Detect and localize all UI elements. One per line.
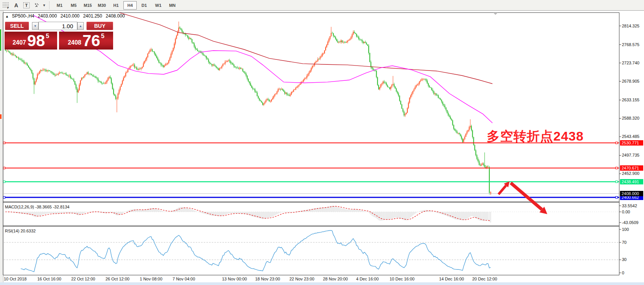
- buy-price-pips: 76: [82, 34, 100, 47]
- buy-price-integer: 2408: [68, 39, 81, 46]
- mt4-window: F A T ▼ M1M5M15M30H1H4D1W1MN ▲ SP500-,H4…: [0, 0, 644, 285]
- macd-histogram: [5, 206, 491, 223]
- price-tick-label: 2678.905: [622, 79, 639, 84]
- price-tick-label: 2497.735: [622, 153, 639, 158]
- date-tick-label: 22 Nov 23:00: [289, 277, 314, 281]
- date-tick-label: 13 Nov 00:00: [222, 277, 247, 281]
- date-tick-label: 4 Dec 16:00: [356, 277, 379, 281]
- ohlc-close: 2408.000: [106, 13, 125, 19]
- one-click-trading-panel: SELL ▼ ▲ BUY 2407 98 5 2408 76 5: [5, 18, 113, 50]
- date-tick-label: 10 Oct 2018: [4, 277, 27, 281]
- price-tick-label: 2452.900: [622, 171, 639, 176]
- ohlc-low: 2401.250: [83, 13, 102, 19]
- volume-decrease-button[interactable]: ▼: [32, 22, 38, 30]
- rsi-scale-label: 100: [622, 227, 629, 232]
- buy-button[interactable]: BUY: [86, 22, 113, 30]
- line-price-label: 2470.671: [620, 165, 643, 171]
- horizontal-line-2470.671[interactable]: [3, 167, 620, 169]
- sell-quote-box[interactable]: 2407 98 5: [5, 32, 57, 50]
- macd-scale-label: -43.0509: [622, 220, 638, 225]
- macd-scale-label: 33.5542: [622, 203, 637, 208]
- price-tick-label: 2633.155: [622, 98, 639, 102]
- ohlc-high: 2410.000: [61, 13, 80, 19]
- macd-scale-label: 0.00: [622, 210, 630, 215]
- sell-price-pips: 98: [27, 34, 45, 47]
- price-tick-label: 2543.485: [622, 134, 639, 139]
- volume-increase-button[interactable]: ▲: [77, 22, 84, 30]
- rsi-indicator-label: RSI(14) 20.6332: [5, 229, 36, 233]
- date-tick-label: 18 Nov 23:00: [255, 277, 280, 281]
- moving-average-slow: [119, 13, 492, 84]
- clipped-candle-sliver: [0, 29, 1, 51]
- ohlc-open: 2403.000: [38, 13, 57, 19]
- rsi-scale-label: 70: [622, 240, 626, 245]
- autoscroll-marker-icon[interactable]: [493, 13, 498, 15]
- line-price-label: 2530.771: [620, 140, 643, 146]
- price-tick-label: 2768.575: [622, 42, 639, 47]
- sell-price-integer: 2407: [13, 39, 26, 46]
- symbol-period-label: SP500-,H4: [12, 13, 34, 19]
- date-tick-label: 10 Dec 16:00: [390, 277, 414, 281]
- date-tick-label: 1 Nov 08:00: [140, 277, 162, 281]
- clipped-candle-sliver2: [0, 114, 2, 119]
- rsi-line: [21, 231, 491, 272]
- volume-input[interactable]: [38, 22, 77, 30]
- sell-button[interactable]: SELL: [5, 22, 29, 30]
- date-tick-label: 14 Dec 16:00: [439, 277, 464, 281]
- price-tick-label: 2723.740: [622, 61, 639, 66]
- buy-quote-box[interactable]: 2408 76 5: [59, 32, 113, 50]
- rsi-scale-label: 0: [622, 271, 624, 275]
- date-tick-label: 7 Nov 04:00: [173, 277, 195, 281]
- chart-header: ▲ SP500-,H4 2403.000 2410.000 2401.250 2…: [5, 13, 127, 19]
- date-tick-label: 16 Oct 16:00: [37, 277, 61, 281]
- collapse-panel-icon[interactable]: ▲: [5, 14, 9, 18]
- date-tick-label: 26 Oct 12:00: [105, 277, 129, 281]
- macd-indicator-label: MACD(12,26,9) -38.3665 -32.8134: [5, 205, 69, 209]
- rsi-scale-label: 30: [622, 257, 626, 262]
- line-price-label: 2438.491: [620, 179, 643, 184]
- horizontal-line-2438.491[interactable]: [3, 181, 620, 183]
- chart-text-annotation[interactable]: 多空转折点2438: [487, 128, 584, 145]
- date-tick-label: 20 Dec 12:00: [472, 277, 497, 281]
- current-price-label: 2408.000: [620, 191, 643, 196]
- price-tick-label: 2588.320: [622, 116, 639, 121]
- date-tick-label: 28 Nov 20:00: [323, 277, 348, 281]
- buy-price-fraction: 5: [101, 33, 104, 40]
- price-tick-label: 2814.325: [622, 24, 639, 29]
- sell-price-fraction: 5: [46, 33, 49, 40]
- date-tick-label: 22 Oct 12:00: [71, 277, 95, 281]
